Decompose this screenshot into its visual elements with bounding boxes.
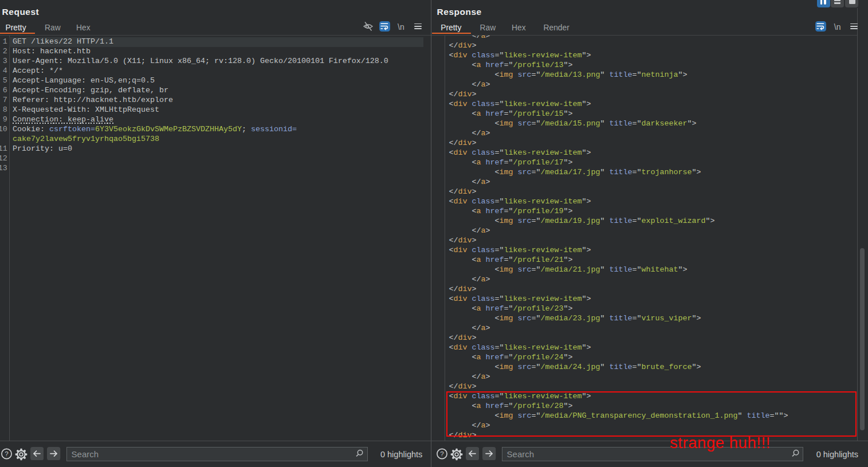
svg-text:?: ? bbox=[5, 450, 8, 457]
svg-text:?: ? bbox=[440, 450, 443, 457]
